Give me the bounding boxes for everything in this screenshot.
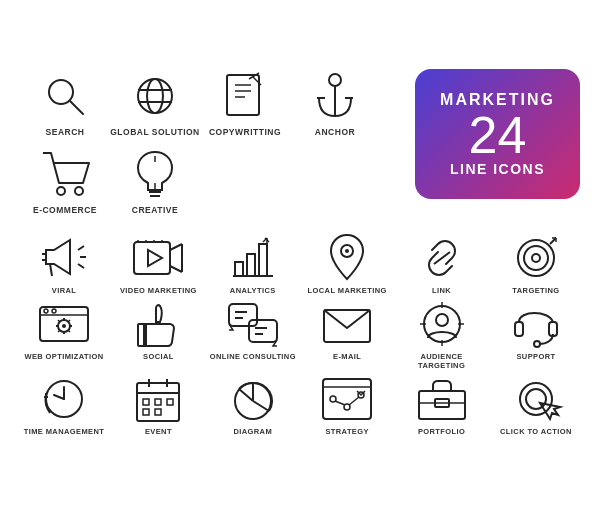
portfolio-icon xyxy=(417,374,467,424)
document-label: COPYWRITTING xyxy=(209,127,281,137)
svg-point-17 xyxy=(75,187,83,195)
time-label: TIME MANAGEMENT xyxy=(24,427,105,436)
consulting-icon xyxy=(228,299,278,349)
icon-consulting: ONLINE CONSULTING xyxy=(209,299,297,370)
globe-icon xyxy=(128,69,182,123)
svg-point-56 xyxy=(52,309,56,313)
svg-rect-28 xyxy=(134,242,170,274)
icon-webopt: WEB OPTIMIZATION xyxy=(20,299,108,370)
svg-line-63 xyxy=(58,320,60,322)
top-section: SEARCH GLOBAL SOLUTION xyxy=(20,69,580,225)
svg-rect-92 xyxy=(155,399,161,405)
audience-icon xyxy=(417,299,467,349)
clock-icon xyxy=(39,374,89,424)
icon-search: SEARCH xyxy=(20,69,110,137)
cart-label: E-COMMERCE xyxy=(33,205,97,215)
icon-support: SUPPORT xyxy=(492,299,580,370)
svg-rect-40 xyxy=(259,244,267,276)
email-icon xyxy=(322,299,372,349)
icon-diagram: DIAGRAM xyxy=(209,374,297,436)
support-label: SUPPORT xyxy=(516,352,555,361)
badge-number: 24 xyxy=(469,109,527,161)
webopt-icon xyxy=(39,299,89,349)
video-label: VIDEO MARKETING xyxy=(120,286,197,295)
icon-analytics: ANALYTICS xyxy=(209,233,297,295)
top-icons-grid: SEARCH GLOBAL SOLUTION xyxy=(20,69,400,225)
megaphone-icon xyxy=(39,233,89,283)
icon-document: COPYWRITTING xyxy=(200,69,290,137)
diagram-label: DIAGRAM xyxy=(233,427,272,436)
svg-rect-93 xyxy=(167,399,173,405)
video-icon xyxy=(133,233,183,283)
social-label: SOCIAL xyxy=(143,352,174,361)
svg-point-12 xyxy=(329,74,341,86)
strategy-label: STRATEGY xyxy=(325,427,368,436)
piechart-icon xyxy=(228,374,278,424)
svg-point-45 xyxy=(345,249,349,253)
cart-icon xyxy=(38,147,92,201)
strategy-icon xyxy=(322,374,372,424)
svg-point-3 xyxy=(147,79,163,113)
svg-rect-71 xyxy=(249,320,277,342)
svg-point-76 xyxy=(436,314,448,326)
thumbup-icon xyxy=(133,299,183,349)
row3: VIRAL VIDEO MARKETING xyxy=(20,233,580,295)
svg-line-26 xyxy=(78,264,84,268)
target-icon xyxy=(511,233,561,283)
portfolio-label: PORTFOLIO xyxy=(418,427,465,436)
anchor-label: ANCHOR xyxy=(315,127,355,137)
svg-line-27 xyxy=(50,264,52,276)
globe-label: GLOBAL SOLUTION xyxy=(110,127,200,137)
svg-point-58 xyxy=(62,324,66,328)
icon-lightbulb: CREATIVE xyxy=(110,147,200,215)
marketing-badge: MARKETING 24 LINE ICONS xyxy=(415,69,580,199)
analytics-label: ANALYTICS xyxy=(230,286,276,295)
icon-portfolio: PORTFOLIO xyxy=(398,374,486,436)
svg-line-99 xyxy=(239,389,253,401)
svg-rect-6 xyxy=(227,75,259,115)
badge-subtitle: LINE ICONS xyxy=(450,161,545,177)
icon-anchor: ANCHOR xyxy=(290,69,380,137)
svg-line-50 xyxy=(550,238,556,244)
svg-point-48 xyxy=(524,246,548,270)
svg-point-16 xyxy=(57,187,65,195)
svg-line-105 xyxy=(335,401,345,405)
svg-rect-39 xyxy=(247,254,255,276)
svg-line-34 xyxy=(170,244,182,250)
consulting-label: ONLINE CONSULTING xyxy=(210,352,296,361)
anchor-icon xyxy=(308,69,362,123)
targeting-label: TARGETING xyxy=(512,286,559,295)
icon-time: TIME MANAGEMENT xyxy=(20,374,108,436)
lightbulb-label: CREATIVE xyxy=(132,205,178,215)
search-icon xyxy=(38,69,92,123)
svg-point-55 xyxy=(44,309,48,313)
clickaction-icon xyxy=(511,374,561,424)
svg-line-35 xyxy=(170,266,182,272)
icon-email: E-MAIL xyxy=(303,299,391,370)
svg-rect-107 xyxy=(419,391,465,419)
icon-link: LINK xyxy=(398,233,486,295)
svg-rect-81 xyxy=(515,322,523,336)
icon-event: EVENT xyxy=(114,374,202,436)
link-icon xyxy=(417,233,467,283)
icon-strategy: STRATEGY xyxy=(303,374,391,436)
svg-rect-38 xyxy=(235,262,243,276)
search-label: SEARCH xyxy=(46,127,85,137)
location-icon xyxy=(322,233,372,283)
icon-globe: GLOBAL SOLUTION xyxy=(110,69,200,137)
clickaction-label: CLICK TO ACTION xyxy=(500,427,572,436)
main-container: SEARCH GLOBAL SOLUTION xyxy=(10,59,590,450)
svg-line-24 xyxy=(78,246,84,250)
svg-line-1 xyxy=(70,101,83,114)
svg-line-64 xyxy=(69,331,71,333)
email-label: E-MAIL xyxy=(333,352,361,361)
lightbulb-icon xyxy=(128,147,182,201)
svg-point-49 xyxy=(532,254,540,262)
svg-line-98 xyxy=(253,401,269,411)
webopt-label: WEB OPTIMIZATION xyxy=(24,352,103,361)
svg-line-106 xyxy=(349,397,359,405)
calendar-icon xyxy=(133,374,183,424)
svg-point-110 xyxy=(520,383,552,415)
event-label: EVENT xyxy=(145,427,172,436)
svg-point-83 xyxy=(534,341,540,347)
